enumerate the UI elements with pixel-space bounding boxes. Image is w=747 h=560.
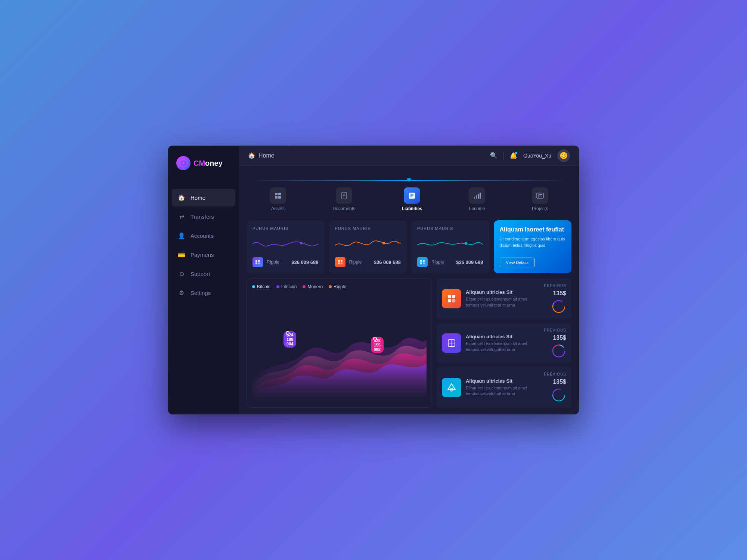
svg-point-23 (300, 242, 303, 245)
accounts-icon: 👤 (178, 232, 185, 239)
svg-rect-29 (338, 260, 340, 262)
list-item-1: Aliquam ultricies Sit Etiam celit ex,ele… (437, 279, 571, 319)
list-panel: Aliquam ultricies Sit Etiam celit ex,ele… (437, 279, 571, 408)
stat-card-2: PURUS MAURIS Ripple $36 009 688 (329, 220, 407, 273)
header-home-icon: 🏠 (248, 152, 255, 159)
stat-card-3: PURUS MAURIS Ripple $36 009 688 (411, 220, 489, 273)
svg-rect-31 (338, 262, 340, 264)
svg-rect-25 (258, 260, 260, 262)
svg-rect-32 (341, 262, 342, 264)
bell-container: 🔔 (510, 152, 517, 159)
list-item-3-icon (442, 378, 461, 397)
legend-bitcoin: Bitcoin (252, 284, 270, 289)
list-item-1-amount: 135$ (553, 290, 566, 297)
svg-rect-24 (255, 260, 257, 262)
tab-assets[interactable]: Assets (270, 187, 286, 211)
transfers-icon: ⇄ (178, 213, 185, 220)
svg-rect-41 (452, 299, 455, 302)
list-item-3-prev: PREVIOUS (544, 372, 566, 376)
chart-area: $24 188 004 $28 155 088 (252, 293, 427, 402)
payments-icon: 💳 (178, 251, 185, 258)
tab-documents[interactable]: Documents (333, 187, 356, 211)
tab-assets-icon (270, 187, 286, 204)
chart-legend: Bitcoin Litecoin Monero Ripple (252, 284, 427, 289)
legend-monero-dot (303, 285, 306, 288)
content-area: ♥ Assets Documents (239, 166, 579, 414)
list-item-3-desc: Etiam celit ex,elementum sit amet tempus… (466, 385, 539, 397)
svg-rect-17 (478, 194, 479, 199)
sidebar-item-support[interactable]: ⊙ Support (172, 265, 235, 283)
svg-point-33 (465, 242, 467, 245)
tab-projects[interactable]: Projects (532, 187, 548, 211)
tab-income-label: Lncome (469, 206, 485, 211)
app-logo: CMoney (168, 146, 239, 181)
svg-rect-3 (275, 193, 278, 195)
svg-point-51 (450, 388, 453, 391)
view-details-button[interactable]: View Details (500, 258, 535, 267)
settings-icon: ⚙ (178, 289, 185, 296)
list-item-3-title: Aliquam ultricies Sit (466, 378, 539, 384)
list-item-1-desc: Etiam celit ex,elementum sit amet tempus… (466, 296, 539, 308)
card-2-amount: $36 009 688 (374, 259, 401, 265)
list-item-2-desc: Etiam celit ex,elementum sit amet tempus… (466, 341, 539, 352)
card-2-title: PURUS MAURIS (335, 226, 401, 231)
header: 🏠 Home 🔍 🔔 GuoYou_Xu 😊 (239, 146, 579, 166)
cards-row: PURUS MAURIS Ripple $36 009 688 (247, 220, 571, 273)
search-icon[interactable]: 🔍 (490, 152, 498, 159)
list-item-2-chart (551, 343, 566, 358)
legend-litecoin-dot (276, 285, 279, 288)
tab-documents-icon (336, 187, 352, 204)
stat-card-1: PURUS MAURIS Ripple $36 009 688 (247, 220, 325, 273)
card-3-amount: $36 009 688 (456, 259, 483, 265)
svg-rect-6 (278, 196, 281, 199)
legend-litecoin: Litecoin (276, 284, 297, 289)
tab-liabilities[interactable]: Liabilities (402, 187, 422, 211)
svg-rect-22 (539, 196, 542, 196)
sidebar-item-accounts[interactable]: 👤 Accounts (172, 227, 235, 245)
tabs-section: ♥ Assets Documents (247, 172, 571, 215)
svg-rect-15 (474, 197, 475, 199)
legend-ripple-label: Ripple (334, 284, 346, 289)
ripple-icon-1 (252, 257, 263, 267)
tab-assets-label: Assets (271, 206, 285, 211)
highlight-description: Ut condimentum egestas libero.quis dictu… (500, 236, 566, 255)
svg-rect-18 (480, 193, 481, 199)
legend-litecoin-label: Litecoin (281, 284, 297, 289)
avatar[interactable]: 😊 (557, 149, 570, 162)
list-item-3-chart (551, 388, 566, 402)
svg-rect-26 (255, 262, 257, 264)
logo-text: CMoney (193, 159, 223, 168)
bottom-row: Bitcoin Litecoin Monero Ripple (247, 279, 571, 408)
legend-monero-label: Monero (307, 284, 323, 289)
svg-rect-4 (278, 193, 281, 195)
app-window: CMoney 🏠 Home ⇄ Transfers 👤 Accounts 💳 P… (168, 146, 579, 414)
svg-point-2 (183, 162, 185, 164)
list-item-1-chart (551, 299, 566, 314)
sidebar-item-home[interactable]: 🏠 Home (172, 189, 235, 206)
legend-monero: Monero (303, 284, 323, 289)
tab-income[interactable]: Lncome (469, 187, 485, 211)
logo-c: CM (193, 159, 205, 167)
legend-bitcoin-label: Bitcoin (257, 284, 270, 289)
list-item-1-title: Aliquam ultricies Sit (466, 289, 539, 295)
sidebar-item-label: Paymens (190, 252, 214, 258)
svg-rect-35 (423, 260, 425, 262)
sidebar-item-transfers[interactable]: ⇄ Transfers (172, 208, 235, 225)
list-item-1-body: Aliquam ultricies Sit Etiam celit ex,ele… (466, 289, 539, 308)
sidebar-item-settings[interactable]: ⚙ Settings (172, 284, 235, 302)
tab-projects-icon (532, 187, 548, 204)
page-title: Home (258, 152, 275, 159)
list-item-3: Aliquam ultricies Sit Etiam celit ex,ele… (437, 367, 571, 408)
list-item-2-title: Aliquam ultricies Sit (466, 334, 539, 339)
sidebar-item-label: Support (190, 271, 210, 277)
svg-rect-16 (476, 195, 477, 199)
card-1-chart (252, 234, 319, 253)
sidebar-item-payments[interactable]: 💳 Paymens (172, 246, 235, 264)
avatar-icon: 😊 (560, 152, 568, 160)
svg-rect-27 (258, 262, 260, 264)
svg-rect-5 (275, 196, 278, 199)
card-1-title: PURUS MAURIS (252, 226, 319, 231)
header-right: 🔍 🔔 GuoYou_Xu 😊 (490, 149, 570, 162)
legend-ripple-dot (329, 285, 332, 288)
card-2-footer: Ripple $36 009 688 (335, 257, 401, 267)
